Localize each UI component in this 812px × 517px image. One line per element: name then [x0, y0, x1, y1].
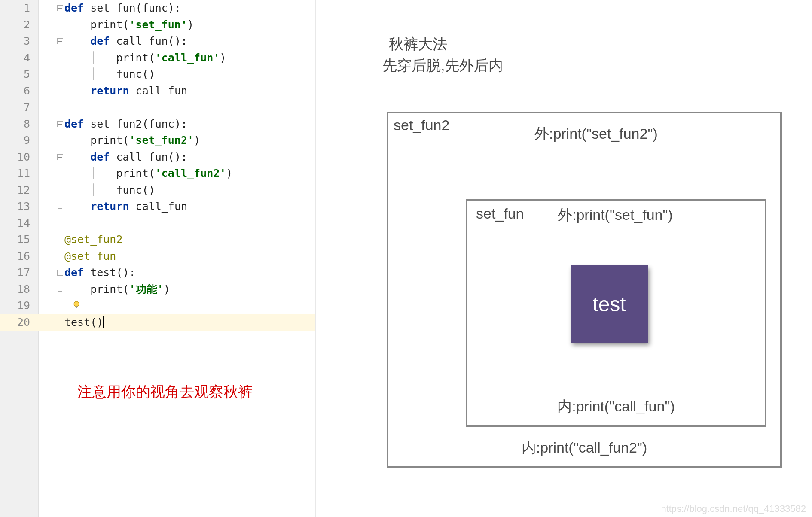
code-text[interactable]: │ print('call_fun'): [64, 50, 226, 67]
fold-icon[interactable]: [56, 248, 64, 265]
line-number: 14: [0, 215, 30, 232]
qk-sub: 先穿后脱,先外后内: [382, 56, 503, 76]
code-line[interactable]: 4 │ print('call_fun'): [0, 50, 315, 67]
line-number: 7: [0, 99, 30, 116]
outer-box-bottom-text: 内:print("call_fun2"): [388, 438, 780, 458]
watermark: https://blog.csdn.net/qq_41333582: [661, 503, 806, 514]
test-block-label: test: [592, 292, 626, 316]
line-number: 20: [0, 314, 30, 331]
line-number: 19: [0, 298, 30, 314]
fold-icon[interactable]: [56, 50, 64, 67]
fold-icon[interactable]: [56, 149, 64, 166]
code-text[interactable]: test(): [64, 314, 104, 331]
code-text[interactable]: │ print('call_fun2'): [64, 165, 232, 182]
outer-box-right-text: 外:print("set_fun2"): [534, 124, 658, 144]
line-number: 16: [0, 248, 30, 265]
code-line[interactable]: 17def test():: [0, 265, 315, 281]
fold-icon[interactable]: [56, 66, 64, 83]
code-editor[interactable]: 1def set_fun(func):2 print('set_fun')3 d…: [0, 0, 316, 517]
line-number: 4: [0, 50, 30, 67]
fold-icon[interactable]: [56, 99, 64, 116]
red-note: 注意用你的视角去观察秋裤: [77, 382, 253, 402]
fold-icon[interactable]: [56, 298, 64, 314]
outer-box-label: set_fun2: [394, 117, 449, 134]
fold-icon[interactable]: [56, 231, 64, 248]
fold-icon[interactable]: [56, 215, 64, 232]
code-line[interactable]: 18 print('功能'): [0, 281, 315, 298]
line-number: 9: [0, 132, 30, 149]
code-text[interactable]: print('set_fun'): [64, 17, 194, 33]
code-line[interactable]: 12 │ func(): [0, 182, 315, 199]
line-number: 1: [0, 0, 30, 17]
code-text[interactable]: @set_fun: [64, 248, 116, 265]
code-text[interactable]: def test():: [64, 265, 136, 281]
qk-title: 秋裤大法: [389, 34, 447, 54]
text-cursor: [103, 316, 104, 328]
hint-bulb-icon[interactable]: [72, 298, 81, 314]
code-text[interactable]: def set_fun2(func):: [64, 116, 187, 133]
line-number: 11: [0, 165, 30, 182]
code-text[interactable]: print('set_fun2'): [64, 132, 200, 149]
fold-icon[interactable]: [56, 265, 64, 281]
fold-icon[interactable]: [56, 83, 64, 100]
code-line[interactable]: 10 def call_fun():: [0, 149, 315, 166]
inner-box-label: set_fun: [476, 205, 524, 222]
line-number: 15: [0, 231, 30, 248]
fold-icon[interactable]: [56, 116, 64, 133]
code-text[interactable]: @set_fun2: [64, 231, 122, 248]
code-text[interactable]: │ func(): [64, 182, 155, 199]
code-text[interactable]: def call_fun():: [64, 149, 187, 166]
line-number: 5: [0, 66, 30, 83]
svg-rect-1: [76, 306, 77, 308]
line-number: 6: [0, 83, 30, 100]
code-line[interactable]: 9 print('set_fun2'): [0, 132, 315, 149]
code-text[interactable]: return call_fun: [64, 83, 187, 100]
code-text[interactable]: print('功能'): [64, 281, 170, 298]
code-text[interactable]: │ func(): [64, 66, 155, 83]
fold-icon[interactable]: [56, 132, 64, 149]
line-number: 8: [0, 116, 30, 133]
code-line[interactable]: 8def set_fun2(func):: [0, 116, 315, 133]
code-line[interactable]: 2 print('set_fun'): [0, 17, 315, 33]
code-line[interactable]: 19: [0, 298, 315, 314]
code-line[interactable]: 15@set_fun2: [0, 231, 315, 248]
code-line[interactable]: 13 return call_fun: [0, 198, 315, 215]
fold-icon[interactable]: [56, 198, 64, 215]
code-text[interactable]: return call_fun: [64, 198, 187, 215]
line-number: 12: [0, 182, 30, 199]
line-number: 10: [0, 149, 30, 166]
code-line[interactable]: 14: [0, 215, 315, 232]
line-number: 2: [0, 17, 30, 33]
code-line[interactable]: 1def set_fun(func):: [0, 0, 315, 17]
test-block: test: [571, 265, 648, 343]
line-number: 18: [0, 281, 30, 298]
inner-box: set_fun 外:print("set_fun") test 内:print(…: [466, 199, 766, 427]
code-line[interactable]: 5 │ func(): [0, 66, 315, 83]
line-number: 13: [0, 198, 30, 215]
line-number: 3: [0, 33, 30, 50]
fold-icon[interactable]: [56, 165, 64, 182]
svg-point-0: [74, 301, 79, 307]
fold-icon[interactable]: [56, 314, 64, 331]
code-line[interactable]: 7: [0, 99, 315, 116]
code-line[interactable]: 3 def call_fun():: [0, 33, 315, 50]
fold-icon[interactable]: [56, 0, 64, 17]
inner-box-bottom-text: 内:print("call_fun"): [467, 397, 765, 417]
code-text[interactable]: def call_fun():: [64, 33, 187, 50]
code-line[interactable]: 6 return call_fun: [0, 83, 315, 100]
outer-box: set_fun2 外:print("set_fun2") set_fun 外:p…: [387, 112, 782, 468]
fold-icon[interactable]: [56, 182, 64, 199]
line-number: 17: [0, 265, 30, 281]
fold-icon[interactable]: [56, 33, 64, 50]
fold-icon[interactable]: [56, 17, 64, 33]
fold-icon[interactable]: [56, 281, 64, 298]
inner-box-right-text: 外:print("set_fun"): [558, 205, 673, 225]
code-line[interactable]: 11 │ print('call_fun2'): [0, 165, 315, 182]
code-text[interactable]: def set_fun(func):: [64, 0, 181, 17]
code-line[interactable]: 20test(): [0, 314, 315, 331]
code-line[interactable]: 16@set_fun: [0, 248, 315, 265]
